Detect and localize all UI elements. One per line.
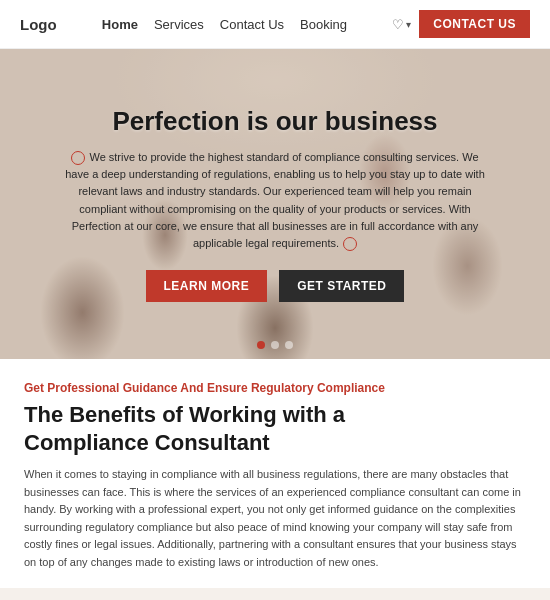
benefits-title: The Benefits of Working with a Complianc…	[24, 401, 364, 456]
nav-links: Home Services Contact Us Booking	[102, 17, 347, 32]
hero-dots	[257, 341, 293, 349]
nav-contact[interactable]: Contact Us	[220, 17, 284, 32]
contact-us-button[interactable]: CONTACT US	[419, 10, 530, 38]
hero-title: Perfection is our business	[65, 106, 485, 137]
dot-3[interactable]	[285, 341, 293, 349]
get-started-button[interactable]: GET STARTED	[279, 270, 404, 302]
hero-description: We strive to provide the highest standar…	[65, 149, 485, 251]
nav-home[interactable]: Home	[102, 17, 138, 32]
wishlist-button[interactable]: ♡ ▾	[392, 17, 411, 32]
heart-icon: ♡	[392, 17, 404, 32]
dot-2[interactable]	[271, 341, 279, 349]
benefits-subtitle: Get Professional Guidance And Ensure Reg…	[24, 381, 526, 395]
hero-buttons: LEARN MORE GET STARTED	[65, 270, 485, 302]
hero-section: Perfection is our business We strive to …	[0, 49, 550, 359]
hero-content: Perfection is our business We strive to …	[25, 106, 525, 301]
dot-1[interactable]	[257, 341, 265, 349]
navbar: Logo Home Services Contact Us Booking ♡ …	[0, 0, 550, 49]
chevron-icon: ▾	[406, 19, 411, 30]
benefits-description: When it comes to staying in compliance w…	[24, 466, 524, 572]
logo: Logo	[20, 16, 57, 33]
nav-booking[interactable]: Booking	[300, 17, 347, 32]
services-section: Services ⚖ Regulatory Risk 📋 Compliance …	[0, 588, 550, 600]
circle-right-icon	[343, 237, 357, 251]
benefits-section: Get Professional Guidance And Ensure Reg…	[0, 359, 550, 588]
nav-right: ♡ ▾ CONTACT US	[392, 10, 530, 38]
nav-services[interactable]: Services	[154, 17, 204, 32]
learn-more-button[interactable]: LEARN MORE	[146, 270, 268, 302]
circle-left-icon	[71, 151, 85, 165]
